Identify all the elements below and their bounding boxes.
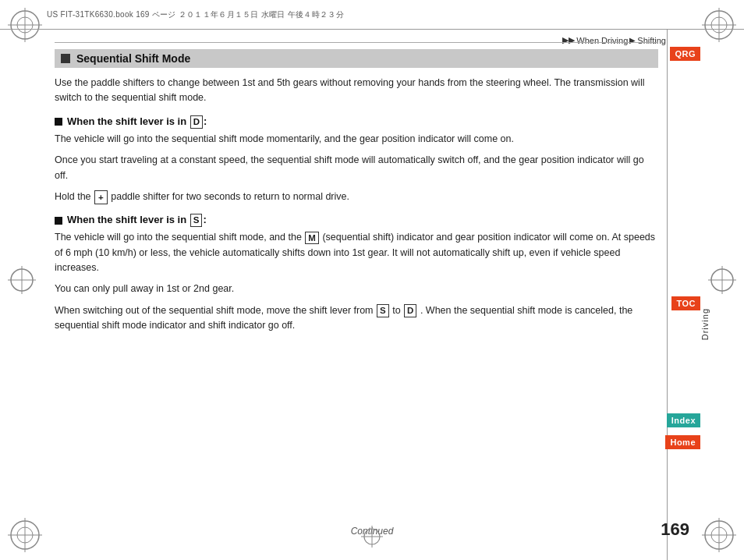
main-content: Sequential Shift Mode Use the paddle shi… [47,30,666,513]
intro-paragraph: Use the paddle shifters to change betwee… [55,76,658,106]
d-gear-box2: D [404,304,416,317]
page-number: 169 [661,519,689,540]
section-heading: Sequential Shift Mode [55,49,658,68]
para5: You can only pull away in 1st or 2nd gea… [55,282,658,296]
s-gear-box2: S [377,304,389,317]
para6: When switching out of the sequential shi… [55,303,658,334]
s-gear-box: S [190,214,203,227]
toc-button[interactable]: TOC [671,296,700,310]
para1: The vehicle will go into the sequential … [55,132,658,147]
header-text: US FIT-31TK6630.book 169 ページ ２０１１年６月１５日 … [47,9,344,20]
subheading-square-icon [55,118,62,126]
para3: Hold the + paddle shifter for two second… [55,190,658,204]
subheading2-text: When the shift lever is in S: [67,214,207,227]
home-button[interactable]: Home [665,435,700,449]
corner-decoration-bl [6,516,44,554]
m-gear-box: M [305,232,319,245]
para4: The vehicle will go into the sequential … [55,230,658,275]
subheading1-text: When the shift lever is in D: [67,115,207,129]
index-button[interactable]: Index [667,413,700,427]
subheading2-square-icon [55,217,62,225]
section-title: Sequential Shift Mode [76,52,190,65]
bottom-center-crosshair [360,524,384,549]
qrg-button[interactable]: QRG [670,47,700,61]
heading-square-icon [61,54,70,63]
corner-decoration-br [700,516,738,554]
top-divider [55,42,658,43]
mid-right-crosshair [707,264,738,296]
subheading-s: When the shift lever is in S: [55,214,658,227]
right-border [667,30,668,560]
para2: Once you start traveling at a constant s… [55,153,658,183]
d-gear-box: D [190,115,203,129]
mid-left-crosshair [6,264,37,296]
driving-label: Driving [700,308,710,340]
header-bar: US FIT-31TK6630.book 169 ページ ２０１１年６月１５日 … [0,0,744,30]
subheading-d: When the shift lever is in D: [55,115,658,129]
plus-paddle-icon: + [94,190,108,204]
